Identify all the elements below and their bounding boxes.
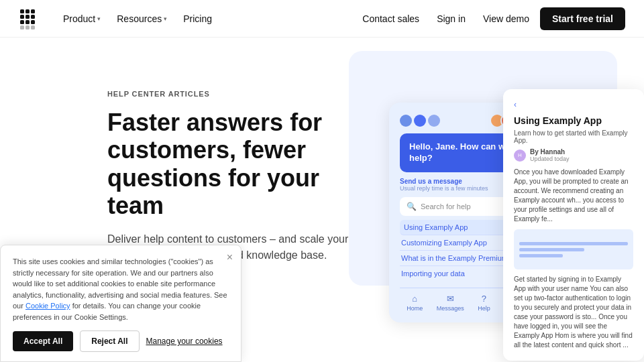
footer-messages[interactable]: ✉ Messages [437, 294, 464, 312]
article-author: By Hannah [530, 148, 570, 156]
cookie-buttons: Accept All Reject All Manage your cookie… [13, 330, 229, 352]
svg-rect-8 [31, 15, 35, 19]
home-icon: ⌂ [412, 294, 417, 304]
search-icon: 🔍 [407, 202, 417, 211]
article-title: Using Examply App [514, 115, 633, 127]
cookie-close-button[interactable]: × [227, 252, 233, 263]
hero-headline: Faster answers for customers, fewer ques… [107, 109, 362, 220]
contact-sales-link[interactable]: Contact sales [356, 9, 426, 28]
start-free-trial-button[interactable]: Start free trial [540, 7, 625, 30]
nav-pricing-label: Pricing [183, 13, 212, 24]
messages-icon: ✉ [447, 294, 454, 304]
nav-resources[interactable]: Resources ▾ [110, 9, 174, 28]
widget-greeting-text: Hello, Jane. How can we help? [409, 141, 517, 164]
widget-dot-light [428, 115, 440, 127]
svg-rect-0 [20, 9, 24, 13]
svg-rect-11 [31, 25, 35, 29]
nav-right: Contact sales Sign in View demo Start fr… [356, 7, 625, 30]
svg-rect-7 [31, 20, 35, 24]
reject-all-button[interactable]: Reject All [80, 330, 139, 352]
cookie-text: This site uses cookies and similar techn… [13, 256, 229, 322]
svg-rect-6 [25, 20, 30, 24]
accept-all-button[interactable]: Accept All [13, 331, 73, 351]
chevron-down-icon: ▾ [164, 15, 167, 22]
screenshot-line-3 [519, 254, 563, 257]
nav-resources-label: Resources [117, 13, 162, 24]
article-back-button[interactable]: ‹ [514, 100, 633, 109]
article-body-1: Once you have downloaded Examply App, yo… [514, 168, 633, 224]
cookie-policy-link[interactable]: Cookie Policy [25, 302, 70, 310]
nav-product-label: Product [63, 13, 95, 24]
section-tag: Help Center Articles [107, 90, 362, 98]
screenshot-placeholder [514, 237, 633, 263]
svg-rect-9 [20, 25, 24, 29]
svg-rect-10 [25, 25, 30, 29]
footer-home[interactable]: ⌂ Home [407, 294, 423, 312]
navbar: Product ▾ Resources ▾ Pricing Contact sa… [0, 0, 644, 38]
svg-rect-4 [25, 15, 30, 19]
view-demo-link[interactable]: View demo [476, 9, 536, 28]
chevron-down-icon: ▾ [97, 15, 101, 22]
help-icon: ? [482, 294, 486, 304]
article-updated: Updated today [530, 156, 570, 162]
nav-pricing[interactable]: Pricing [176, 9, 219, 28]
article-subtitle: Learn how to get started with Examply Ap… [514, 129, 633, 144]
svg-rect-1 [25, 9, 30, 13]
article-meta: H By Hannah Updated today [514, 148, 633, 162]
svg-rect-3 [20, 15, 24, 19]
nav-product[interactable]: Product ▾ [56, 9, 107, 28]
hero-illustration: Hello, Jane. How can we help? Send us a … [389, 38, 644, 362]
footer-help[interactable]: ? Help [478, 294, 490, 312]
svg-rect-2 [31, 9, 35, 13]
logo[interactable] [19, 8, 40, 29]
cookie-banner: × This site uses cookies and similar tec… [0, 245, 241, 362]
author-avatar: H [514, 149, 526, 162]
manage-cookies-button[interactable]: Manage your cookies [146, 337, 223, 346]
search-placeholder-text: Search for help [421, 202, 471, 210]
sign-in-link[interactable]: Sign in [430, 9, 472, 28]
screenshot-line-2 [519, 248, 584, 251]
widget-dot [400, 115, 412, 127]
widget-dot-blue [414, 115, 426, 127]
article-body-2: Get started by signing in to Examply App… [514, 275, 633, 350]
article-card: ‹ Using Examply App Learn how to get sta… [503, 89, 644, 361]
mockup-container: Hello, Jane. How can we help? Send us a … [389, 89, 644, 310]
screenshot-line-1 [519, 242, 628, 245]
svg-rect-5 [20, 20, 24, 24]
article-screenshot [514, 229, 633, 269]
nav-left: Product ▾ Resources ▾ Pricing [19, 8, 219, 29]
